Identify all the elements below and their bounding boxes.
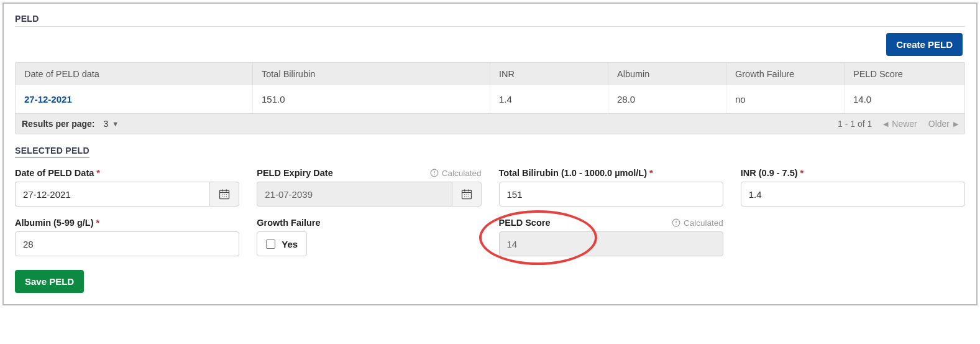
- date-picker-button[interactable]: [209, 182, 239, 207]
- triangle-right-icon: ▶: [953, 120, 958, 128]
- triangle-left-icon: ◀: [883, 120, 888, 128]
- date-picker-button-disabled: [452, 182, 482, 207]
- svg-point-4: [222, 194, 222, 195]
- older-label: Older: [928, 119, 950, 129]
- results-count: 1 - 1 of 1: [838, 119, 872, 129]
- svg-point-9: [226, 197, 227, 197]
- cell-growth-failure: no: [726, 85, 845, 113]
- calendar-icon: [218, 188, 231, 200]
- selected-peld-title: SELECTED PELD: [15, 146, 89, 158]
- save-peld-button[interactable]: Save PELD: [15, 270, 84, 293]
- create-peld-button[interactable]: Create PELD: [886, 33, 963, 56]
- date-of-peld-data-label: Date of PELD Data: [15, 168, 94, 178]
- field-total-bilirubin: Total Bilirubin (1.0 - 1000.0 µmol/L) * …: [499, 168, 723, 207]
- field-peld-expiry-date: PELD Expiry Date Calculated 21-07-2039: [257, 168, 481, 207]
- svg-point-8: [224, 197, 225, 197]
- albumin-label: Albumin (5-99 g/L): [15, 218, 93, 228]
- peld-expiry-date-input: 21-07-2039: [257, 182, 451, 207]
- table-footer: Results per page: 3 ▼ 1 - 1 of 1 ◀ Newer…: [16, 113, 964, 134]
- svg-point-6: [226, 194, 227, 195]
- column-header-score[interactable]: PELD Score: [845, 63, 964, 85]
- cell-bilirubin: 151.0: [253, 85, 490, 113]
- inr-label: INR (0.9 - 7.5): [741, 168, 798, 178]
- column-header-date[interactable]: Date of PELD data: [16, 63, 253, 85]
- results-per-page-value: 3: [103, 119, 108, 129]
- svg-point-21: [466, 197, 467, 197]
- peld-table: Date of PELD data Total Bilirubin INR Al…: [15, 62, 965, 134]
- column-header-albumin[interactable]: Albumin: [608, 63, 726, 85]
- newer-button[interactable]: ◀ Newer: [883, 119, 917, 129]
- svg-point-5: [224, 194, 225, 195]
- info-icon: [672, 218, 680, 227]
- svg-point-18: [466, 194, 467, 195]
- svg-point-12: [434, 174, 434, 175]
- svg-point-20: [464, 197, 465, 197]
- calendar-icon: [460, 188, 473, 200]
- required-icon: *: [649, 168, 653, 178]
- table-row[interactable]: 27-12-2021 151.0 1.4 28.0 no 14.0: [16, 85, 964, 113]
- cell-inr: 1.4: [490, 85, 608, 113]
- calculated-label: Calculated: [684, 218, 723, 228]
- column-header-growth-failure[interactable]: Growth Failure: [726, 63, 845, 85]
- albumin-input[interactable]: 28: [15, 231, 239, 256]
- field-date-of-peld-data: Date of PELD Data * 27-12-2021: [15, 168, 239, 207]
- column-header-bilirubin[interactable]: Total Bilirubin: [253, 63, 490, 85]
- peld-date-link[interactable]: 27-12-2021: [24, 94, 72, 105]
- cell-albumin: 28.0: [608, 85, 726, 113]
- older-button[interactable]: Older ▶: [928, 119, 958, 129]
- svg-point-17: [464, 194, 465, 195]
- inr-input[interactable]: 1.4: [741, 182, 965, 207]
- column-header-inr[interactable]: INR: [490, 63, 608, 85]
- required-icon: *: [800, 168, 804, 178]
- newer-label: Newer: [892, 119, 917, 129]
- cell-score: 14.0: [845, 85, 964, 113]
- svg-point-19: [468, 194, 469, 195]
- info-icon: [430, 169, 439, 177]
- svg-point-25: [675, 224, 676, 225]
- peld-expiry-date-label: PELD Expiry Date: [257, 168, 333, 178]
- results-per-page-select[interactable]: 3 ▼: [99, 118, 122, 130]
- growth-failure-option-label: Yes: [282, 239, 298, 249]
- growth-failure-checkbox[interactable]: Yes: [257, 231, 307, 256]
- peld-score-input: 14: [499, 231, 723, 256]
- calculated-label: Calculated: [442, 169, 482, 178]
- svg-point-7: [222, 197, 222, 197]
- field-inr: INR (0.9 - 7.5) * 1.4: [741, 168, 965, 207]
- required-icon: *: [96, 218, 99, 228]
- field-albumin: Albumin (5-99 g/L) * 28: [15, 218, 239, 256]
- growth-failure-label: Growth Failure: [257, 218, 320, 228]
- checkbox-icon: [266, 239, 275, 249]
- field-growth-failure: Growth Failure Yes: [257, 218, 481, 256]
- peld-score-label: PELD Score: [499, 218, 551, 228]
- date-of-peld-data-input[interactable]: 27-12-2021: [15, 182, 209, 207]
- total-bilirubin-input[interactable]: 151: [499, 182, 723, 207]
- required-icon: *: [96, 168, 100, 178]
- peld-section-title: PELD: [15, 14, 965, 27]
- table-header-row: Date of PELD data Total Bilirubin INR Al…: [16, 63, 964, 85]
- svg-point-22: [468, 197, 469, 197]
- caret-down-icon: ▼: [112, 120, 119, 128]
- total-bilirubin-label: Total Bilirubin (1.0 - 1000.0 µmol/L): [499, 168, 648, 178]
- results-per-page-label: Results per page:: [22, 119, 94, 129]
- field-peld-score: PELD Score Calculated 14: [499, 218, 723, 256]
